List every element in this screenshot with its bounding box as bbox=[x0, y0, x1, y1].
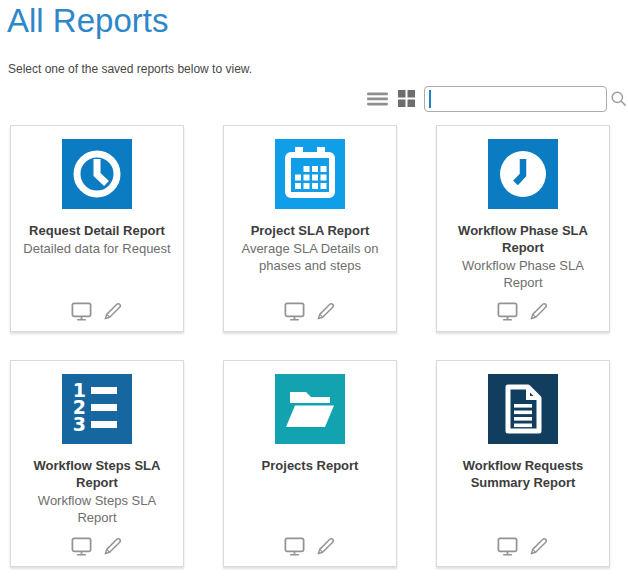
report-card[interactable]: 123 Workflow Steps SLA Report Workflow S… bbox=[10, 360, 184, 567]
svg-text:3: 3 bbox=[73, 413, 86, 435]
edit-report-button[interactable] bbox=[314, 300, 337, 323]
report-description: Average SLA Details on phases and steps bbox=[234, 241, 386, 275]
view-report-button[interactable] bbox=[283, 300, 306, 323]
report-card[interactable]: Workflow Requests Summary Report bbox=[436, 360, 610, 567]
card-actions bbox=[224, 535, 396, 558]
card-actions bbox=[11, 300, 183, 323]
card-actions bbox=[224, 300, 396, 323]
card-actions bbox=[437, 300, 609, 323]
view-report-button[interactable] bbox=[496, 535, 519, 558]
edit-report-button[interactable] bbox=[527, 300, 550, 323]
report-card[interactable]: Project SLA Report Average SLA Details o… bbox=[223, 125, 397, 332]
search-box[interactable] bbox=[424, 86, 607, 112]
view-report-button[interactable] bbox=[70, 535, 93, 558]
view-report-button[interactable] bbox=[496, 300, 519, 323]
report-title: Request Detail Report bbox=[23, 223, 171, 240]
report-title: Project SLA Report bbox=[236, 223, 384, 240]
report-title: Workflow Steps SLA Report bbox=[23, 458, 171, 492]
search-input[interactable] bbox=[433, 89, 609, 109]
clock-solid-icon bbox=[488, 139, 558, 209]
reports-grid: Request Detail Report Detailed data for … bbox=[10, 125, 628, 567]
monitor-icon bbox=[70, 300, 93, 323]
clock-outline-icon bbox=[62, 139, 132, 209]
report-card[interactable]: Workflow Phase SLA Report Workflow Phase… bbox=[436, 125, 610, 332]
monitor-icon bbox=[283, 300, 306, 323]
pencil-icon bbox=[101, 535, 124, 558]
monitor-icon bbox=[496, 300, 519, 323]
search-icon[interactable] bbox=[609, 89, 628, 108]
page-intro: Select one of the saved reports below to… bbox=[8, 62, 628, 76]
view-toggles bbox=[367, 90, 415, 107]
numbered-list-icon: 123 bbox=[62, 374, 132, 444]
edit-report-button[interactable] bbox=[527, 535, 550, 558]
pencil-icon bbox=[314, 300, 337, 323]
edit-report-button[interactable] bbox=[101, 535, 124, 558]
pencil-icon bbox=[527, 300, 550, 323]
pencil-icon bbox=[314, 535, 337, 558]
view-report-button[interactable] bbox=[70, 300, 93, 323]
pencil-icon bbox=[527, 535, 550, 558]
monitor-icon bbox=[283, 535, 306, 558]
edit-report-button[interactable] bbox=[314, 535, 337, 558]
page-title: All Reports bbox=[7, 2, 628, 40]
card-actions bbox=[437, 535, 609, 558]
report-description: Workflow Steps SLA Report bbox=[21, 493, 173, 527]
card-actions bbox=[11, 535, 183, 558]
text-caret bbox=[429, 90, 431, 108]
toolbar bbox=[0, 86, 607, 112]
open-folder-icon bbox=[275, 374, 345, 444]
monitor-icon bbox=[496, 535, 519, 558]
report-card[interactable]: Projects Report bbox=[223, 360, 397, 567]
list-view-icon[interactable] bbox=[367, 91, 388, 107]
edit-report-button[interactable] bbox=[101, 300, 124, 323]
report-title: Workflow Phase SLA Report bbox=[449, 223, 597, 257]
report-title: Projects Report bbox=[236, 458, 384, 475]
report-description: Workflow Phase SLA Report bbox=[447, 258, 599, 292]
pencil-icon bbox=[101, 300, 124, 323]
report-description: Detailed data for Request bbox=[21, 241, 173, 258]
report-title: Workflow Requests Summary Report bbox=[449, 458, 597, 492]
document-icon bbox=[488, 374, 558, 444]
report-card[interactable]: Request Detail Report Detailed data for … bbox=[10, 125, 184, 332]
monitor-icon bbox=[70, 535, 93, 558]
grid-view-icon[interactable] bbox=[398, 90, 415, 107]
view-report-button[interactable] bbox=[283, 535, 306, 558]
calendar-icon bbox=[275, 139, 345, 209]
all-reports-page: All Reports Select one of the saved repo… bbox=[0, 2, 628, 567]
